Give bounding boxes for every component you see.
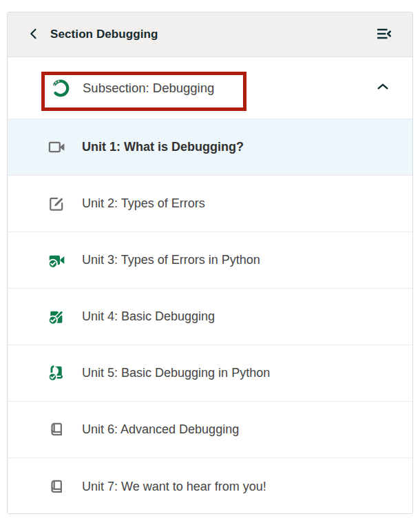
video-icon: [48, 138, 66, 156]
unit-row-5[interactable]: Unit 5: Basic Debugging in Python: [8, 345, 412, 402]
course-outline-sidebar: Section Debugging Subs: [7, 12, 413, 514]
unit-label: Unit 6: Advanced Debugging: [82, 422, 239, 437]
subsection-row[interactable]: Subsection: Debugging: [8, 57, 412, 119]
collapse-outline-icon: [375, 25, 393, 45]
section-title: Section Debugging: [50, 28, 374, 41]
subsection-label: Subsection: Debugging: [83, 81, 375, 96]
unit-row-2[interactable]: Unit 2: Types of Errors: [8, 176, 412, 232]
unit-label: Unit 5: Basic Debugging in Python: [82, 366, 270, 380]
unit-label: Unit 4: Basic Debugging: [82, 309, 215, 324]
unit-row-3[interactable]: Unit 3: Types of Errors in Python: [8, 232, 412, 289]
in-progress-ring-icon: [50, 78, 71, 99]
sidebar-header: Section Debugging: [8, 12, 412, 57]
unit-row-1[interactable]: Unit 1: What is Debugging?: [8, 119, 412, 176]
video-check-icon: [48, 251, 66, 269]
chevron-left-icon: [27, 27, 41, 43]
unit-label: Unit 2: Types of Errors: [82, 196, 205, 211]
back-button[interactable]: [24, 25, 43, 44]
unit-row-6[interactable]: Unit 6: Advanced Debugging: [8, 402, 412, 458]
collapse-sidebar-button[interactable]: [374, 24, 395, 45]
book-check-icon: [48, 364, 66, 382]
chevron-up-icon[interactable]: [375, 79, 390, 97]
edit-check-icon: [48, 307, 66, 326]
unit-label: Unit 1: What is Debugging?: [82, 140, 244, 154]
unit-label: Unit 3: Types of Errors in Python: [82, 253, 260, 267]
book-icon: [48, 478, 66, 496]
unit-row-4[interactable]: Unit 4: Basic Debugging: [8, 289, 412, 345]
edit-icon: [48, 194, 66, 213]
book-icon: [48, 420, 66, 439]
unit-row-7[interactable]: Unit 7: We want to hear from you!: [8, 458, 412, 514]
unit-label: Unit 7: We want to hear from you!: [82, 480, 266, 494]
